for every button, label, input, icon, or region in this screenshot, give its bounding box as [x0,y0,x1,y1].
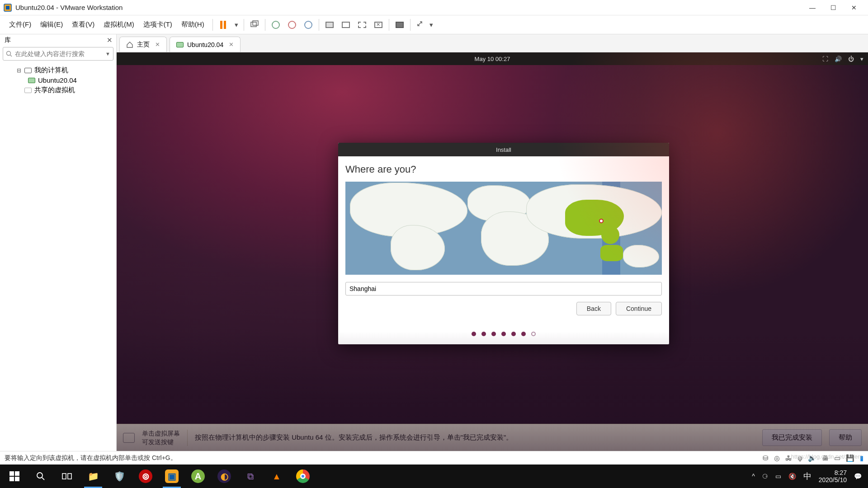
search-icon [6,51,12,57]
search-button[interactable] [28,465,53,488]
tree-label: 我的计算机 [34,66,68,75]
view-unity-button[interactable] [339,18,353,32]
snapshot-take-button[interactable] [269,18,283,32]
tab-label: Ubuntu20.04 [187,41,223,48]
tray-expand-icon[interactable]: ^ [752,473,755,480]
console-button[interactable] [393,18,406,32]
library-close-button[interactable]: ✕ [107,36,113,44]
matlab-taskbar[interactable]: ▲ [264,465,289,488]
tab-close-icon[interactable]: ✕ [155,41,160,48]
hint-line2: 可发送按键 [142,438,180,446]
svg-point-4 [7,52,11,56]
firewall-taskbar[interactable]: 🛡️ [107,465,132,488]
shared-icon [24,88,32,93]
menu-view[interactable]: 查看(V) [67,20,99,29]
back-button[interactable]: Back [576,302,611,315]
task-view-button[interactable] [54,465,80,488]
menu-vm[interactable]: 虚拟机(M) [99,20,139,29]
tree-shared-vms[interactable]: ⊟ 共享的虚拟机 [5,85,116,95]
view-exit-button[interactable]: ✕ [372,18,385,32]
menu-edit[interactable]: 编辑(E) [36,20,67,29]
vm-display[interactable]: May 10 00:27 ⛶ 🔊 ⏻ ▾ Install Where are y… [117,52,868,451]
android-studio-taskbar[interactable]: A [185,465,211,488]
chevron-down-icon[interactable]: ▾ [860,56,863,62]
svg-rect-8 [62,474,66,479]
minimize-button[interactable]: — [802,1,823,14]
hdd-icon[interactable]: ⛁ [763,454,769,462]
library-search[interactable]: ▼ [3,47,113,61]
snapshot-manager-button[interactable] [302,18,315,32]
hint-line1: 单击虚拟屏幕 [142,429,180,437]
tray-volume-icon[interactable]: 🔇 [788,473,796,480]
tree-my-computer[interactable]: ⊟ 我的计算机 [5,65,116,75]
volume-icon[interactable]: 🔊 [835,56,842,62]
view-single-button[interactable] [323,18,336,32]
tab-ubuntu[interactable]: Ubuntu20.04 ✕ [170,37,241,52]
tab-home[interactable]: 主页 ✕ [119,37,167,52]
install-done-button[interactable]: 我已完成安装 [762,429,822,446]
library-search-input[interactable] [15,50,105,57]
vm-icon [28,78,35,83]
progress-dots [345,332,662,336]
svg-line-5 [10,55,12,57]
tree-twisty-icon[interactable]: ⊟ [16,67,22,74]
file-explorer-taskbar[interactable]: 📁 [80,465,106,488]
send-ctrl-alt-del-button[interactable] [248,18,261,32]
close-button[interactable]: ✕ [844,1,864,14]
computer-icon [24,68,32,73]
window-title: Ubuntu20.04 - VMware Workstation [15,4,802,11]
hint-long-text: 按照在物理计算机中的步骤安装 Ubuntu 64 位。安装完成后，操作系统会进行… [195,433,755,442]
tray-clock[interactable]: 8:27 2020/5/10 [819,469,847,483]
svg-rect-2 [251,22,256,27]
search-dropdown-icon[interactable]: ▼ [105,51,110,56]
watermark-text: https://blog.csdn.net/zhi/ers [791,453,863,460]
power-icon[interactable]: ⏻ [848,56,854,62]
stretch-button[interactable] [414,18,428,32]
install-dialog-title: Install [338,143,669,156]
tab-close-icon[interactable]: ✕ [229,41,234,48]
svg-line-7 [42,478,44,480]
netease-music-taskbar[interactable]: ⊚ [133,465,158,488]
tree-label: 共享的虚拟机 [34,86,75,94]
ubuntu-top-bar: May 10 00:27 ⛶ 🔊 ⏻ ▾ [117,52,868,65]
keyboard-icon [123,433,135,443]
visual-studio-taskbar[interactable]: ⧉ [238,465,263,488]
home-icon [126,42,133,48]
library-sidebar: 库 ✕ ▼ ⊟ 我的计算机 Ubuntu20.04 ⊟ 共享的虚拟机 [0,34,117,451]
tray-time: 8:27 [819,469,847,476]
tab-bar: 主页 ✕ Ubuntu20.04 ✕ [117,34,868,52]
chrome-taskbar[interactable] [290,465,316,488]
ubuntu-datetime[interactable]: May 10 00:27 [475,56,510,62]
snapshot-revert-button[interactable] [285,18,299,32]
install-dialog: Install Where are you? [338,143,669,344]
timezone-map[interactable] [345,182,662,275]
tray-battery-icon[interactable]: ▭ [775,473,781,480]
network-icon[interactable]: ⛶ [822,56,828,62]
menu-file[interactable]: 文件(F) [5,20,36,29]
continue-button[interactable]: Continue [616,302,662,315]
stretch-dropdown[interactable]: ▾ [428,18,435,32]
install-help-button[interactable]: 帮助 [829,429,862,446]
start-button[interactable] [2,465,27,488]
svg-rect-1 [6,6,9,9]
tray-ime[interactable]: 中 [803,471,811,482]
pause-vm-button[interactable] [217,18,230,32]
tray-wifi-icon[interactable]: ⚆ [762,473,768,480]
menu-tabs[interactable]: 选项卡(T) [139,20,177,29]
maximize-button[interactable]: ☐ [823,1,844,14]
cd-icon[interactable]: ◎ [774,454,780,462]
eclipse-taskbar[interactable]: ◐ [212,465,237,488]
tree-ubuntu-vm[interactable]: Ubuntu20.04 [5,75,116,85]
menu-help[interactable]: 帮助(H) [177,20,209,29]
vmware-icon [4,4,12,12]
svg-rect-9 [68,474,71,479]
power-dropdown[interactable]: ▾ [233,18,240,32]
view-fullscreen-button[interactable] [355,18,369,32]
vmware-taskbar[interactable]: ▣ [159,465,184,488]
location-input[interactable] [345,282,662,296]
menubar: 文件(F) 编辑(E) 查看(V) 虚拟机(M) 选项卡(T) 帮助(H) ▾ … [0,15,868,34]
tray-notifications-icon[interactable]: 💬 [854,473,862,480]
tree-label: Ubuntu20.04 [38,76,77,84]
map-location-pin [599,219,604,223]
status-bar: 要将输入定向到该虚拟机，请在虚拟机内部单击或按 Ctrl+G。 ⛁ ◎ 🖧 ψ … [0,451,868,465]
